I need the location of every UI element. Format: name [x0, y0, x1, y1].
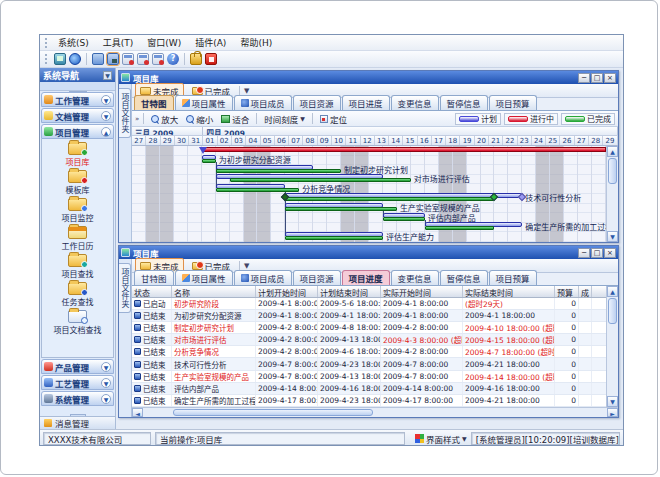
- tab-项目成员[interactable]: 项目成员: [234, 270, 292, 285]
- column-header-成[interactable]: 成: [579, 286, 592, 297]
- tab-项目属性[interactable]: 项目属性: [175, 95, 233, 110]
- scroll-left-icon[interactable]: ◄: [132, 408, 143, 417]
- column-header-计划结束时间[interactable]: 计划结束时间: [318, 286, 381, 297]
- project-folder-vertical-tab[interactable]: 项目文件夹: [119, 88, 131, 138]
- menu-gripper[interactable]: [45, 38, 48, 48]
- sidebar-group-工艺管理[interactable]: 工艺管理▼: [41, 375, 114, 390]
- gantt-tool-时间刻度[interactable]: 时间刻度▼: [261, 112, 308, 126]
- folder-open-icon[interactable]: [92, 53, 104, 65]
- column-header-预算[interactable]: 预算: [555, 286, 579, 297]
- exit-icon[interactable]: [205, 53, 217, 65]
- sidebar-tab-message-manage[interactable]: 消息管理: [40, 416, 115, 429]
- done-bar-评估生产能力[interactable]: [285, 236, 383, 240]
- done-bar-技术可行性分析[interactable]: [285, 197, 494, 201]
- sidebar-item-任务查找[interactable]: 任务查找: [62, 282, 94, 307]
- close-icon[interactable]: ×: [604, 248, 616, 258]
- table-row[interactable]: 已结束分析竞争情况2009-4-2 8:00:002009-4-6 18:00:…: [132, 346, 606, 358]
- scroll-up-icon[interactable]: ▲: [607, 146, 618, 157]
- chevron-down-icon[interactable]: ▼: [101, 378, 111, 388]
- menu-item[interactable]: 系统(S): [51, 35, 96, 50]
- lock-icon[interactable]: [190, 53, 202, 65]
- menu-item[interactable]: 工具(T): [96, 35, 141, 50]
- overflow-chevron-icon[interactable]: ▼: [244, 87, 249, 95]
- sidebar-group-系统管理[interactable]: 系统管理▼: [41, 391, 114, 406]
- tab-项目预算[interactable]: 项目预算: [489, 95, 537, 110]
- column-header-实际开始时间[interactable]: 实际开始时间: [381, 286, 463, 297]
- table-row[interactable]: 已启动初步研究阶段2009-4-1 8:00:002009-5-6 18:00:…: [132, 298, 606, 310]
- done-bar-对市场进行评估[interactable]: [230, 178, 411, 182]
- table-row[interactable]: 已结束评估内部产品2009-4-14 8:00:002009-4-16 18:0…: [132, 383, 606, 395]
- done-bar-生产实验室规模的产品[interactable]: [285, 207, 397, 211]
- scroll-up-icon[interactable]: ▲: [607, 286, 618, 297]
- table-row[interactable]: 已结束技术可行性分析2009-4-7 8:00:002009-4-23 18:0…: [132, 358, 606, 370]
- help-icon[interactable]: ?: [167, 53, 179, 65]
- sidebar-group-产品管理[interactable]: 产品管理▼: [41, 359, 114, 374]
- gantt-tool-放大[interactable]: 放大: [148, 112, 181, 126]
- scroll-right-icon[interactable]: ►: [607, 408, 618, 417]
- sidebar-item-工作日历[interactable]: 工作日历: [62, 226, 94, 251]
- overflow-chevron-icon[interactable]: ▼: [244, 262, 249, 270]
- gantt-tool-适合[interactable]: 适合: [218, 112, 252, 126]
- sidebar-group-工作管理[interactable]: 工作管理▼: [41, 92, 114, 107]
- system-monitor-icon[interactable]: [54, 53, 66, 65]
- sidebar-group-项目管理[interactable]: 项目管理▲: [41, 124, 114, 139]
- sidebar-item-项目监控[interactable]: 项目监控: [62, 198, 94, 223]
- sidebar-item-模板库[interactable]: 模板库: [66, 170, 90, 195]
- menu-item[interactable]: 插件(A): [188, 35, 233, 50]
- sidebar-item-项目查找[interactable]: 项目查找: [62, 254, 94, 279]
- scroll-down-icon[interactable]: ▼: [607, 396, 618, 407]
- window-close-icon[interactable]: [152, 53, 164, 65]
- toolbar-overflow-icon[interactable]: »: [135, 115, 139, 123]
- tab-项目资源[interactable]: 项目资源: [293, 270, 341, 285]
- tab-项目属性[interactable]: 项目属性: [175, 270, 233, 285]
- tab-暂停信息[interactable]: 暂停信息: [440, 270, 488, 285]
- folder-save-icon[interactable]: [107, 53, 119, 65]
- minimize-icon[interactable]: ─: [578, 248, 590, 258]
- column-header-名称[interactable]: 名称: [172, 286, 256, 297]
- menu-item[interactable]: 帮助(H): [233, 35, 279, 50]
- scroll-down-icon[interactable]: ▼: [607, 231, 618, 242]
- table-horizontal-scrollbar[interactable]: ◄ ►: [132, 407, 618, 417]
- tab-甘特图[interactable]: 甘特图: [134, 270, 174, 285]
- tab-项目预算[interactable]: 项目预算: [489, 270, 537, 285]
- table-row[interactable]: 已结束制定初步研究计划2009-4-2 8:00:002009-4-8 18:0…: [132, 322, 606, 334]
- project-folder-vertical-tab[interactable]: 项目文件夹: [119, 263, 131, 313]
- column-header-状态[interactable]: 状态: [132, 286, 172, 297]
- done-bar-确定生产所需的加工过程[interactable]: [425, 226, 495, 230]
- table-vertical-scrollbar[interactable]: ▲ ▼: [606, 286, 618, 407]
- chevron-down-icon[interactable]: ▼: [101, 95, 111, 105]
- chevron-down-icon[interactable]: ▼: [101, 111, 111, 121]
- tab-项目成员[interactable]: 项目成员: [234, 95, 292, 110]
- done-bar-评估内部产品[interactable]: [383, 217, 425, 221]
- ui-style-dropdown[interactable]: 界面样式 ▼: [415, 433, 467, 445]
- maximize-icon[interactable]: □: [591, 248, 603, 258]
- done-bar-为初步研究分配资源[interactable]: [202, 159, 216, 163]
- window-refresh-icon[interactable]: [137, 53, 149, 65]
- minimize-icon[interactable]: ─: [578, 73, 590, 83]
- pin-icon[interactable]: ▼: [103, 71, 112, 80]
- summary-bar-初步研究阶段[interactable]: [202, 147, 606, 152]
- table-row[interactable]: 已结束生产实验室规模的产品2009-4-7 8:00:002009-4-13 1…: [132, 371, 606, 383]
- menu-item[interactable]: 窗口(W): [140, 35, 188, 50]
- maximize-icon[interactable]: □: [591, 73, 603, 83]
- tab-项目进度[interactable]: 项目进度: [342, 95, 390, 110]
- tab-变更信息[interactable]: 变更信息: [391, 95, 439, 110]
- scroll-thumb[interactable]: [608, 298, 617, 324]
- sidebar-group-文档管理[interactable]: 文档管理▼: [41, 108, 114, 123]
- chevron-up-icon[interactable]: ▲: [101, 127, 111, 137]
- sidebar-item-项目库[interactable]: 项目库: [66, 142, 90, 167]
- done-bar-制定初步研究计划[interactable]: [216, 169, 341, 173]
- tab-项目资源[interactable]: 项目资源: [293, 95, 341, 110]
- column-header-实际结束时间[interactable]: 实际结束时间: [463, 286, 555, 297]
- tab-变更信息[interactable]: 变更信息: [391, 270, 439, 285]
- sidebar-item-项目文档查找[interactable]: 项目文档查找: [54, 310, 102, 335]
- close-icon[interactable]: ×: [604, 73, 616, 83]
- chevron-down-icon[interactable]: ▼: [101, 362, 111, 372]
- table-row[interactable]: 已结束为初步研究分配资源2009-4-1 8:00:002009-4-1 18:…: [132, 310, 606, 322]
- column-header-计划开始时间[interactable]: 计划开始时间: [256, 286, 318, 297]
- tab-项目进度[interactable]: 项目进度: [342, 270, 390, 285]
- scroll-thumb[interactable]: [608, 158, 617, 184]
- gantt-tool-缩小[interactable]: 缩小: [183, 112, 216, 126]
- gantt-vertical-scrollbar[interactable]: ▲ ▼: [606, 146, 618, 242]
- tab-暂停信息[interactable]: 暂停信息: [440, 95, 488, 110]
